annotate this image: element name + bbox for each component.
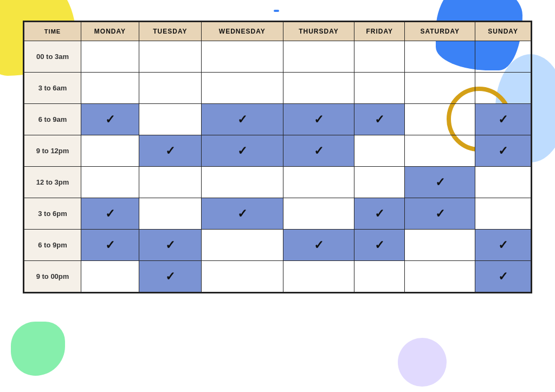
checkmark-icon: ✓ (237, 113, 247, 126)
cell-row7-col4 (354, 261, 405, 292)
time-label-0: 00 to 3am (24, 41, 81, 73)
checkmark-icon: ✓ (105, 113, 115, 126)
checkmark-icon: ✓ (237, 144, 247, 158)
cell-row5-col6 (475, 198, 531, 230)
cell-row7-col2 (201, 261, 283, 292)
cell-row4-col2 (201, 167, 283, 198)
decorative-blob-green (11, 322, 65, 376)
cell-row1-col1 (139, 73, 201, 104)
cell-row2-col5 (405, 104, 475, 135)
checkmark-icon: ✓ (314, 113, 324, 126)
checkmark-icon: ✓ (105, 207, 115, 220)
cell-row1-col6 (475, 73, 531, 104)
decorative-blob-purple (398, 338, 447, 387)
cell-row5-col0: ✓ (81, 198, 139, 230)
cell-row3-col0 (81, 135, 139, 167)
table-body: 00 to 3am3 to 6am6 to 9am✓✓✓✓✓9 to 12pm✓… (24, 41, 531, 292)
cell-row2-col0: ✓ (81, 104, 139, 135)
cell-row4-col4 (354, 167, 405, 198)
page-content: TIMEMONDAYTUESDAYWEDNESDAYTHURSDAYFRIDAY… (0, 0, 555, 304)
cell-row7-col6: ✓ (475, 261, 531, 292)
cell-row6-col2 (201, 230, 283, 261)
time-label-3: 9 to 12pm (24, 135, 81, 167)
logo-icon (274, 10, 279, 12)
cell-row0-col4 (354, 41, 405, 73)
cell-row2-col6: ✓ (475, 104, 531, 135)
cell-row0-col2 (201, 41, 283, 73)
checkmark-icon: ✓ (165, 270, 175, 283)
schedule-table: TIMEMONDAYTUESDAYWEDNESDAYTHURSDAYFRIDAY… (24, 22, 531, 292)
cell-row6-col5 (405, 230, 475, 261)
cell-row5-col4: ✓ (354, 198, 405, 230)
checkmark-icon: ✓ (165, 144, 175, 158)
cell-row7-col1: ✓ (139, 261, 201, 292)
cell-row7-col0 (81, 261, 139, 292)
cell-row2-col3: ✓ (283, 104, 354, 135)
table-row: 3 to 6pm✓✓✓✓ (24, 198, 531, 230)
time-label-2: 6 to 9am (24, 104, 81, 135)
cell-row6-col1: ✓ (139, 230, 201, 261)
cell-row3-col5 (405, 135, 475, 167)
checkmark-icon: ✓ (435, 207, 445, 220)
cell-row7-col5 (405, 261, 475, 292)
cell-row3-col6: ✓ (475, 135, 531, 167)
cell-row1-col5 (405, 73, 475, 104)
table-row: 6 to 9pm✓✓✓✓✓ (24, 230, 531, 261)
cell-row0-col3 (283, 41, 354, 73)
time-label-6: 6 to 9pm (24, 230, 81, 261)
cell-row4-col0 (81, 167, 139, 198)
checkmark-icon: ✓ (375, 207, 384, 220)
table-header-row: TIMEMONDAYTUESDAYWEDNESDAYTHURSDAYFRIDAY… (24, 22, 531, 41)
cell-row1-col0 (81, 73, 139, 104)
header (274, 10, 282, 14)
cell-row3-col1: ✓ (139, 135, 201, 167)
cell-row3-col2: ✓ (201, 135, 283, 167)
cell-row0-col0 (81, 41, 139, 73)
time-label-4: 12 to 3pm (24, 167, 81, 198)
time-label-5: 3 to 6pm (24, 198, 81, 230)
cell-row5-col3 (283, 198, 354, 230)
time-label-7: 9 to 00pm (24, 261, 81, 292)
checkmark-icon: ✓ (498, 238, 508, 252)
cell-row3-col4 (354, 135, 405, 167)
cell-row7-col3 (283, 261, 354, 292)
header-tuesday: TUESDAY (139, 22, 201, 41)
checkmark-icon: ✓ (375, 113, 384, 126)
table-row: 9 to 12pm✓✓✓✓ (24, 135, 531, 167)
checkmark-icon: ✓ (314, 144, 324, 158)
checkmark-icon: ✓ (314, 238, 324, 252)
cell-row4-col3 (283, 167, 354, 198)
header-friday: FRIDAY (354, 22, 405, 41)
cell-row3-col3: ✓ (283, 135, 354, 167)
cell-row0-col6 (475, 41, 531, 73)
cell-row6-col4: ✓ (354, 230, 405, 261)
header-thursday: THURSDAY (283, 22, 354, 41)
cell-row0-col1 (139, 41, 201, 73)
table-container: TIMEMONDAYTUESDAYWEDNESDAYTHURSDAYFRIDAY… (23, 21, 532, 293)
header-time: TIME (24, 22, 81, 41)
table-row: 00 to 3am (24, 41, 531, 73)
header-sunday: SUNDAY (475, 22, 531, 41)
cell-row6-col0: ✓ (81, 230, 139, 261)
header-saturday: SATURDAY (405, 22, 475, 41)
cell-row2-col4: ✓ (354, 104, 405, 135)
cell-row0-col5 (405, 41, 475, 73)
checkmark-icon: ✓ (105, 238, 115, 252)
checkmark-icon: ✓ (498, 113, 508, 126)
checkmark-icon: ✓ (498, 270, 508, 283)
cell-row1-col4 (354, 73, 405, 104)
header-wednesday: WEDNESDAY (201, 22, 283, 41)
checkmark-icon: ✓ (435, 175, 445, 189)
checkmark-icon: ✓ (498, 144, 508, 158)
cell-row1-col2 (201, 73, 283, 104)
cell-row6-col3: ✓ (283, 230, 354, 261)
table-row: 9 to 00pm✓✓ (24, 261, 531, 292)
table-row: 12 to 3pm✓ (24, 167, 531, 198)
header-monday: MONDAY (81, 22, 139, 41)
checkmark-icon: ✓ (375, 238, 384, 252)
table-row: 3 to 6am (24, 73, 531, 104)
cell-row6-col6: ✓ (475, 230, 531, 261)
cell-row4-col5: ✓ (405, 167, 475, 198)
cell-row4-col6 (475, 167, 531, 198)
table-row: 6 to 9am✓✓✓✓✓ (24, 104, 531, 135)
